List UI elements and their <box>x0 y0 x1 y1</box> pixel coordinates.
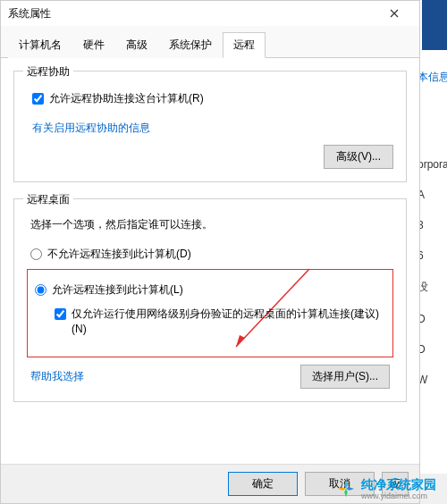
bg-text: 6 <box>417 249 443 262</box>
group-title-remote-assistance: 远程协助 <box>23 64 73 80</box>
group-remote-desktop: 远程桌面 选择一个选项，然后指定谁可以连接。 不允许远程连接到此计算机(D) 允… <box>13 198 407 402</box>
ok-button[interactable]: 确定 <box>228 472 298 496</box>
bg-text: W <box>417 374 443 386</box>
nla-label: 仅允许运行使用网络级别身份验证的远程桌面的计算机连接(建议)(N) <box>72 307 385 337</box>
tab-remote[interactable]: 远程 <box>223 32 266 58</box>
highlight-annotation: 允许远程连接到此计算机(L) 仅允许运行使用网络级别身份验证的远程桌面的计算机连… <box>27 269 393 357</box>
bg-text: 没 <box>417 280 443 295</box>
tab-computer-name[interactable]: 计算机名 <box>8 32 72 58</box>
dialog-footer: 确定 取消 应 <box>1 464 419 503</box>
remote-assistance-help-link[interactable]: 有关启用远程协助的信息 <box>32 121 150 136</box>
deny-remote-connection-row[interactable]: 不允许远程连接到此计算机(D) <box>30 247 393 262</box>
allow-remote-connection-radio[interactable] <box>35 284 46 296</box>
remote-assistance-advanced-button[interactable]: 高级(V)... <box>324 145 393 169</box>
deny-remote-connection-label: 不允许远程连接到此计算机(D) <box>47 247 191 262</box>
close-icon <box>390 9 399 18</box>
tab-hardware[interactable]: 硬件 <box>72 32 115 58</box>
allow-remote-assistance-label: 允许远程协助连接这台计算机(R) <box>49 91 204 106</box>
bg-text: A <box>417 189 443 201</box>
system-properties-dialog: 系统属性 计算机名 硬件 高级 系统保护 远程 远程协助 允许远程协助连接这台计… <box>0 0 420 504</box>
nla-checkbox[interactable] <box>55 308 66 320</box>
group-title-remote-desktop: 远程桌面 <box>23 192 73 207</box>
group-remote-assistance: 远程协助 允许远程协助连接这台计算机(R) 有关启用远程协助的信息 高级(V).… <box>13 71 407 182</box>
content-area: 远程协助 允许远程协助连接这台计算机(R) 有关启用远程协助的信息 高级(V).… <box>1 58 419 464</box>
cancel-button[interactable]: 取消 <box>305 472 375 496</box>
tab-advanced[interactable]: 高级 <box>115 32 158 58</box>
allow-remote-assistance-row[interactable]: 允许远程协助连接这台计算机(R) <box>32 91 393 106</box>
allow-remote-assistance-checkbox[interactable] <box>32 93 44 105</box>
window-title: 系统属性 <box>8 6 376 21</box>
bg-text: 本信息 <box>417 70 443 85</box>
help-me-choose-link[interactable]: 帮助我选择 <box>30 369 84 384</box>
close-button[interactable] <box>376 1 412 26</box>
allow-remote-connection-label: 允许远程连接到此计算机(L) <box>52 282 183 298</box>
nla-row[interactable]: 仅允许运行使用网络级别身份验证的远程桌面的计算机连接(建议)(N) <box>55 307 385 337</box>
bg-blue-strip <box>422 0 447 50</box>
deny-remote-connection-radio[interactable] <box>30 248 42 260</box>
bg-text: 3 <box>417 219 443 231</box>
remote-desktop-description: 选择一个选项，然后指定谁可以连接。 <box>30 217 393 232</box>
tab-bar: 计算机名 硬件 高级 系统保护 远程 <box>1 26 419 58</box>
allow-remote-connection-row[interactable]: 允许远程连接到此计算机(L) <box>35 282 385 298</box>
apply-button[interactable]: 应 <box>382 472 409 496</box>
tab-system-protection[interactable]: 系统保护 <box>158 32 223 58</box>
bg-text: orporat <box>417 158 443 171</box>
select-users-button[interactable]: 选择用户(S)... <box>300 365 390 389</box>
bg-text: D <box>417 313 443 325</box>
bg-text: D <box>417 343 443 356</box>
titlebar: 系统属性 <box>1 1 419 26</box>
